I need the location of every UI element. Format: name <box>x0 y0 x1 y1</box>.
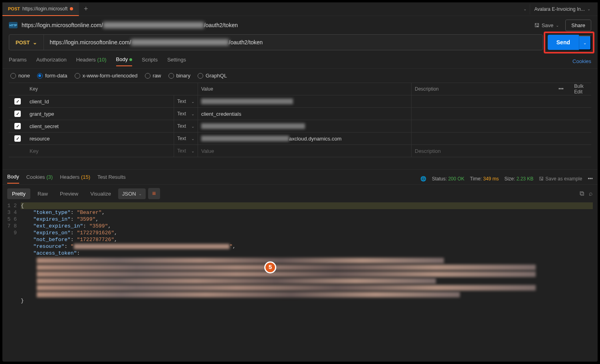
more-icon[interactable]: ••• <box>588 176 593 182</box>
resp-tab-test-results[interactable]: Test Results <box>97 174 126 183</box>
cell-type[interactable]: Text⌄ <box>174 108 198 120</box>
save-icon: 🖫 <box>534 22 539 28</box>
request-title-suffix: /oauth2/token <box>204 22 238 28</box>
tab-scripts[interactable]: Scripts <box>142 57 158 66</box>
row-checkbox[interactable]: ✓ <box>14 111 21 117</box>
cell-value[interactable]: client_credentials <box>198 108 412 120</box>
cell-value[interactable] <box>198 95 412 107</box>
cell-key[interactable]: client_secret <box>26 120 174 132</box>
row-checkbox[interactable]: ✓ <box>14 123 21 129</box>
tabs-overflow-icon[interactable]: ⌄ <box>523 7 527 11</box>
annotation-badge: 5 <box>264 261 276 273</box>
network-icon[interactable]: 🌐 <box>420 176 426 182</box>
url-prefix: https://login.microsoftonline.com/ <box>50 39 131 46</box>
code-lines[interactable]: { "token_type": "Bearer", "expires_in": … <box>21 202 593 304</box>
row-checkbox[interactable]: ✓ <box>14 135 21 142</box>
radio-binary[interactable]: binary <box>168 73 190 79</box>
view-pretty[interactable]: Pretty <box>7 188 30 199</box>
http-icon: HTTP <box>9 22 18 28</box>
chevron-down-icon: ⌄ <box>191 112 194 116</box>
placeholder-value[interactable]: Value <box>198 145 412 157</box>
unsaved-dot-icon <box>70 7 73 10</box>
search-icon[interactable]: ⌕ <box>589 190 593 197</box>
chevron-down-icon: ⌄ <box>139 192 142 196</box>
response-tabs: Body Cookies (3) Headers (15) Test Resul… <box>2 170 598 185</box>
cell-key[interactable]: grant_type <box>26 108 174 120</box>
cell-type[interactable]: Text⌄ <box>174 120 198 132</box>
tab-body[interactable]: Body <box>116 56 133 66</box>
status: Status: 200 OK <box>432 176 464 182</box>
cell-desc[interactable] <box>412 95 555 107</box>
tab-headers[interactable]: Headers (10) <box>76 57 107 66</box>
tab-settings[interactable]: Settings <box>167 57 186 66</box>
redacted-value <box>201 123 305 129</box>
response-panel: Body Cookies (3) Headers (15) Test Resul… <box>2 169 598 362</box>
tab-authorization[interactable]: Authorization <box>36 57 67 66</box>
request-tab[interactable]: POST https://login.microsoft <box>2 2 79 16</box>
radio-graphql[interactable]: GraphQL <box>198 73 227 79</box>
cell-desc[interactable] <box>412 120 555 132</box>
environment-selector[interactable]: Avalara E-Invoicing In... ⌄ <box>530 4 594 14</box>
chevron-down-icon: ⌄ <box>587 7 590 11</box>
tab-params[interactable]: Params <box>9 57 27 66</box>
cell-key[interactable]: client_Id <box>26 95 174 107</box>
cell-key[interactable]: resource <box>26 133 174 144</box>
value-suffix: axcloud.dynamics.com <box>289 136 342 142</box>
response-toolbar: Pretty Raw Preview Visualize JSON⌄ ≡ ⧉ ⌕ <box>2 185 598 202</box>
chevron-down-icon: ⌄ <box>583 41 586 45</box>
send-dropdown-button[interactable]: ⌄ <box>579 36 591 50</box>
col-desc: Description <box>412 83 555 95</box>
view-preview[interactable]: Preview <box>55 188 83 199</box>
url-suffix: /oauth2/token <box>229 39 263 46</box>
save-button[interactable]: 🖫 Save ⌄ <box>530 20 563 31</box>
radio-none[interactable]: none <box>10 73 30 79</box>
view-raw[interactable]: Raw <box>33 188 53 199</box>
resp-tab-cookies[interactable]: Cookies (3) <box>26 174 53 183</box>
redacted-token <box>37 258 593 297</box>
format-selector[interactable]: JSON⌄ <box>118 188 146 199</box>
save-as-example-button[interactable]: 🖫Save as example <box>539 176 582 182</box>
cell-desc[interactable] <box>412 108 555 120</box>
tab-method: POST <box>8 6 20 11</box>
copy-icon[interactable]: ⧉ <box>580 190 584 197</box>
cell-value[interactable] <box>198 120 412 132</box>
table-row-placeholder: Key Text⌄ Value Description <box>9 145 591 157</box>
method-selector[interactable]: POST ⌄ <box>9 35 44 50</box>
request-title: https://login.microsoftonline.com/xxxxxx… <box>22 22 238 28</box>
cell-type[interactable]: Text⌄ <box>174 133 198 144</box>
send-wrap: Send⌄ <box>548 35 591 50</box>
radio-x-www-form-urlencoded[interactable]: x-www-form-urlencoded <box>75 73 138 79</box>
form-data-table: Key Value Description ••• Bulk Edit ✓ cl… <box>9 83 591 157</box>
redacted-segment: xxxxxxxxxxxxxxxxxxxxxxxxxxxxxxxxxxx <box>131 39 229 46</box>
view-visualize[interactable]: Visualize <box>85 188 116 199</box>
placeholder-desc[interactable]: Description <box>412 145 555 157</box>
radio-raw[interactable]: raw <box>145 73 161 79</box>
cell-value[interactable]: axcloud.dynamics.com <box>198 133 412 144</box>
chevron-down-icon: ⌄ <box>191 124 194 129</box>
cell-type[interactable]: Text⌄ <box>174 95 198 107</box>
send-button[interactable]: Send <box>548 35 579 50</box>
response-code: 1 2 3 4 5 6 7 8 9 { "token_type": "Beare… <box>2 202 598 304</box>
cell-desc[interactable] <box>412 133 555 144</box>
bulk-edit[interactable]: ••• Bulk Edit <box>555 83 591 95</box>
new-tab-button[interactable]: + <box>79 5 93 13</box>
urlbar-row: POST ⌄ https://login.microsoftonline.com… <box>2 34 598 54</box>
redacted-segment: xxxxxxxxxxxxxxxxxxxxxxxxxxxxxxxxxxx <box>103 22 204 28</box>
share-label: Share <box>571 22 585 28</box>
more-icon: ••• <box>558 86 564 92</box>
chevron-down-icon: ⌄ <box>33 40 37 46</box>
row-checkbox[interactable]: ✓ <box>14 98 21 105</box>
wrap-lines-button[interactable]: ≡ <box>148 188 160 199</box>
url-input[interactable]: https://login.microsoftonline.com/xxxxxx… <box>44 39 542 46</box>
resp-tab-body[interactable]: Body <box>7 174 19 184</box>
tabstrip: POST https://login.microsoft + ⌄ Avalara… <box>2 2 598 16</box>
send-label: Send <box>556 39 570 46</box>
share-button[interactable]: Share <box>565 20 591 31</box>
tab-label: https://login.microsoft <box>22 6 67 12</box>
placeholder-type[interactable]: Text⌄ <box>174 145 198 157</box>
resp-tab-headers[interactable]: Headers (15) <box>60 174 90 183</box>
chevron-down-icon: ⌄ <box>191 99 194 104</box>
cookies-link[interactable]: Cookies <box>572 58 591 64</box>
radio-form-data[interactable]: form-data <box>37 73 67 79</box>
placeholder-key[interactable]: Key <box>26 145 174 157</box>
